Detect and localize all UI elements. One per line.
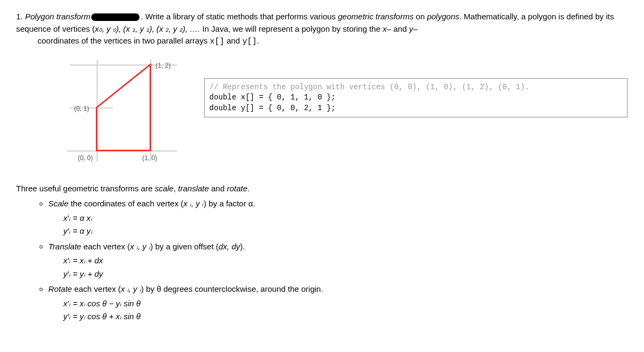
svg-marker-0 bbox=[97, 64, 150, 150]
code-comment: // Represents the polygon with vertices … bbox=[209, 83, 530, 91]
scale-c: x ᵢ, y ᵢ bbox=[184, 199, 204, 208]
code-line-2: double y[] = { 0, 0, 2, 1 }; bbox=[209, 104, 335, 112]
ti-a: Three useful geometric transforms are bbox=[16, 184, 155, 193]
translate-f: ). bbox=[240, 242, 245, 251]
scale-item: Scale the coordinates of each vertex (x … bbox=[48, 198, 628, 210]
redacted-mark bbox=[91, 13, 140, 21]
transforms-intro: Three useful geometric transforms are sc… bbox=[16, 183, 628, 195]
figure-row: (1, 2) (0, 1) (0, 0) (1, 0) // Represent… bbox=[59, 59, 628, 167]
polygon-plot: (1, 2) (0, 1) (0, 0) (1, 0) bbox=[59, 59, 182, 167]
ti-d: translate bbox=[178, 184, 209, 193]
translate-e: dx, dy bbox=[218, 242, 240, 251]
question-number: 1. bbox=[16, 12, 23, 21]
scale-label: Scale bbox=[48, 199, 69, 208]
translate-label: Translate bbox=[48, 242, 81, 251]
scale-eq1: x′ᵢ = α xᵢ bbox=[63, 212, 628, 225]
body-f: In Java, we will represent a polygon by … bbox=[200, 24, 383, 33]
arr-y: y[] bbox=[242, 37, 257, 46]
label-0-1: (0, 1) bbox=[74, 104, 89, 113]
body-l: . bbox=[257, 36, 259, 45]
body-g: x– bbox=[383, 24, 391, 33]
translate-b: each vertex ( bbox=[81, 242, 130, 251]
rotate-eq1: x′ᵢ = xᵢ cos θ − yᵢ sin θ bbox=[63, 298, 628, 310]
body-c: on bbox=[414, 12, 427, 21]
body-a: . Write a library of static methods that… bbox=[141, 12, 338, 21]
scale-eq2: y′ᵢ = α yᵢ bbox=[63, 225, 628, 238]
ti-c: , bbox=[173, 184, 178, 193]
rotate-eq2: y′ᵢ = yᵢ cos θ + xᵢ sin θ bbox=[63, 311, 628, 323]
translate-c: x ᵢ, y ᵢ bbox=[130, 242, 150, 251]
rotate-b: each vertex ( bbox=[72, 284, 121, 293]
transform-list-3: Rotate each vertex (x ᵢ, y ᵢ) by θ degre… bbox=[48, 283, 628, 296]
rotate-d: ) by θ degrees counterclockwise, around … bbox=[141, 284, 323, 293]
code-snippet: // Represents the polygon with vertices … bbox=[204, 78, 628, 118]
translate-eq1: x′ᵢ = xᵢ + dx bbox=[63, 255, 628, 267]
scale-b: the coordinates of each vertex ( bbox=[69, 199, 184, 208]
body-d: polygons bbox=[427, 12, 459, 21]
translate-item: Translate each vertex (x ᵢ, y ᵢ) by a gi… bbox=[48, 241, 628, 253]
translate-eq2: y′ᵢ = yᵢ + dy bbox=[63, 268, 628, 281]
ti-e: and bbox=[209, 184, 226, 193]
transform-list: Scale the coordinates of each vertex (x … bbox=[48, 198, 628, 210]
vertex-seq: x₀, y ₀), (x ₁, y ₁), (x ₂, y ₂), …. bbox=[95, 24, 200, 33]
label-1-2: (1, 2) bbox=[156, 61, 171, 70]
body-k: and bbox=[224, 36, 242, 45]
scale-d: ) by a factor α. bbox=[204, 199, 255, 208]
label-0-0: (0, 0) bbox=[78, 153, 93, 163]
body-j: coordinates of the vertices in two paral… bbox=[38, 36, 210, 45]
ti-b: scale bbox=[155, 184, 173, 193]
body-h: and bbox=[391, 24, 409, 33]
ti-g: . bbox=[247, 184, 250, 193]
ti-f: rotate bbox=[227, 184, 247, 193]
question-title: Polygon transform bbox=[25, 12, 91, 21]
rotate-c: x ᵢ, y ᵢ bbox=[121, 284, 141, 293]
code-line-1: double x[] = { 0, 1, 1, 0 }; bbox=[209, 93, 335, 102]
body-b: geometric transforms bbox=[338, 12, 414, 21]
question-line2: coordinates of the vertices in two paral… bbox=[38, 35, 628, 48]
label-1-0: (1, 0) bbox=[142, 153, 157, 163]
translate-d: ) by a given offset ( bbox=[150, 242, 218, 251]
rotate-label: Rotate bbox=[48, 284, 72, 293]
transform-list-2: Translate each vertex (x ᵢ, y ᵢ) by a gi… bbox=[48, 241, 628, 253]
question-text: 1. Polygon transform. Write a library of… bbox=[16, 11, 628, 48]
body-i: y– bbox=[409, 24, 418, 33]
arr-x: x[] bbox=[210, 37, 224, 46]
rotate-item: Rotate each vertex (x ᵢ, y ᵢ) by θ degre… bbox=[48, 283, 628, 296]
